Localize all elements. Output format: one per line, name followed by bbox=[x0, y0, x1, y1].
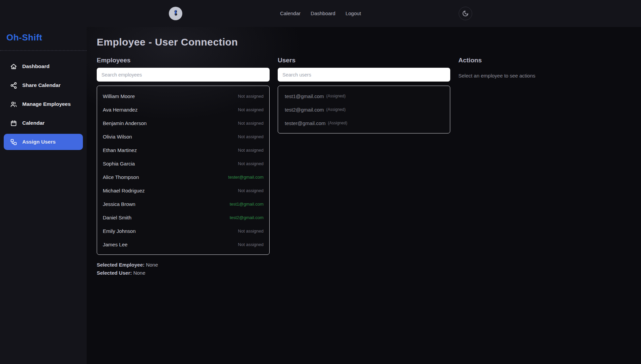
employee-row[interactable]: Michael RodriguezNot assigned bbox=[97, 184, 269, 197]
sidebar-item-calendar[interactable]: Calendar bbox=[4, 115, 83, 131]
selected-employee-line: Selected Employee: None bbox=[97, 261, 270, 269]
employee-name: Jessica Brown bbox=[103, 201, 135, 207]
sidebar-item-label: Manage Employees bbox=[22, 101, 71, 107]
sidebar-item-label: Share Calendar bbox=[22, 82, 61, 88]
topnav-link-logout[interactable]: Logout bbox=[345, 10, 361, 16]
user-email: test2@gmail.com bbox=[285, 107, 324, 113]
employee-status: Not assigned bbox=[238, 242, 264, 247]
employee-row[interactable]: Ava HernandezNot assigned bbox=[97, 103, 269, 116]
share-icon bbox=[10, 82, 17, 89]
topnav-item-logout: Logout bbox=[345, 10, 361, 17]
employee-status: Not assigned bbox=[238, 107, 264, 112]
employee-row[interactable]: Emily JohnsonNot assigned bbox=[97, 224, 269, 238]
topbar: CalendarDashboardLogout bbox=[0, 0, 641, 27]
selected-user-label: Selected User: bbox=[97, 270, 132, 276]
employees-section: Employees William MooreNot assignedAva H… bbox=[97, 57, 270, 277]
users-icon bbox=[10, 101, 17, 108]
selection-summary: Selected Employee: None Selected User: N… bbox=[97, 261, 270, 277]
sidebar: Oh-Shift DashboardShare CalendarManage E… bbox=[0, 0, 87, 364]
user-row[interactable]: tester@gmail.com(Assigned) bbox=[278, 116, 450, 130]
brand-title: Oh-Shift bbox=[6, 32, 87, 43]
employee-name: Benjamin Anderson bbox=[103, 120, 147, 126]
topnav-item-dashboard: Dashboard bbox=[311, 10, 335, 17]
topnav-link-dashboard[interactable]: Dashboard bbox=[311, 10, 335, 16]
employee-row[interactable]: William MooreNot assigned bbox=[97, 89, 269, 103]
selected-user-line: Selected User: None bbox=[97, 269, 270, 277]
employee-row[interactable]: Daniel Smithtest2@gmail.com bbox=[97, 211, 269, 224]
sidebar-item-assign-users[interactable]: Assign Users bbox=[4, 134, 83, 150]
employee-list: William MooreNot assignedAva HernandezNo… bbox=[97, 86, 270, 255]
users-section: Users test1@gmail.com(Assigned)test2@gma… bbox=[278, 57, 450, 277]
employee-name: Emily Johnson bbox=[103, 228, 136, 234]
logo-icon bbox=[171, 9, 180, 18]
sidebar-item-label: Dashboard bbox=[22, 63, 50, 69]
selected-user-value: None bbox=[133, 270, 145, 276]
employee-row[interactable]: Alice Thompsontester@gmail.com bbox=[97, 170, 269, 184]
employee-row[interactable]: Jessica Browntest1@gmail.com bbox=[97, 197, 269, 211]
user-assigned-badge: (Assigned) bbox=[326, 94, 345, 98]
theme-toggle-button[interactable] bbox=[459, 7, 472, 20]
employee-status: Not assigned bbox=[238, 148, 264, 153]
employee-name: Ethan Martinez bbox=[103, 147, 137, 153]
home-icon bbox=[10, 63, 17, 70]
employee-row[interactable]: Benjamin AndersonNot assigned bbox=[97, 116, 269, 130]
employee-name: William Moore bbox=[103, 93, 135, 99]
sidebar-nav: DashboardShare CalendarManage EmployeesC… bbox=[0, 51, 87, 150]
main-content: Employee - User Connection Employees Wil… bbox=[87, 27, 641, 364]
actions-heading: Actions bbox=[458, 57, 631, 64]
employee-status: Not assigned bbox=[238, 188, 264, 193]
selected-employee-value: None bbox=[146, 262, 158, 268]
topnav-link-calendar[interactable]: Calendar bbox=[280, 10, 301, 16]
employee-row[interactable]: James LeeNot assigned bbox=[97, 238, 269, 251]
moon-icon bbox=[462, 10, 469, 17]
employee-row[interactable]: Ethan MartinezNot assigned bbox=[97, 143, 269, 157]
employee-name: Alice Thompson bbox=[103, 174, 139, 180]
employee-row[interactable]: Sophia GarciaNot assigned bbox=[97, 157, 269, 170]
sidebar-item-label: Assign Users bbox=[22, 139, 56, 145]
user-list: test1@gmail.com(Assigned)test2@gmail.com… bbox=[278, 86, 450, 133]
columns: Employees William MooreNot assignedAva H… bbox=[97, 57, 631, 277]
user-assigned-badge: (Assigned) bbox=[326, 107, 345, 112]
employee-status: Not assigned bbox=[238, 161, 264, 166]
employee-assigned-email: test1@gmail.com bbox=[230, 202, 264, 207]
employee-name: Ava Hernandez bbox=[103, 107, 138, 113]
employees-search-input[interactable] bbox=[97, 68, 270, 82]
users-heading: Users bbox=[278, 57, 450, 64]
top-navigation: CalendarDashboardLogout bbox=[280, 10, 361, 17]
employees-heading: Employees bbox=[97, 57, 270, 64]
user-assigned-badge: (Assigned) bbox=[328, 121, 347, 125]
employee-row[interactable]: Olivia WilsonNot assigned bbox=[97, 130, 269, 143]
app-logo[interactable] bbox=[169, 7, 182, 20]
user-row[interactable]: test1@gmail.com(Assigned) bbox=[278, 89, 450, 103]
topnav-item-calendar: Calendar bbox=[280, 10, 301, 17]
employee-name: Olivia Wilson bbox=[103, 134, 132, 140]
topbar-inner: CalendarDashboardLogout bbox=[169, 0, 472, 27]
employee-name: Michael Rodriguez bbox=[103, 188, 145, 193]
user-email: test1@gmail.com bbox=[285, 93, 324, 99]
employee-assigned-email: tester@gmail.com bbox=[228, 175, 264, 180]
employee-status: Not assigned bbox=[238, 134, 264, 139]
employee-status: Not assigned bbox=[238, 121, 264, 126]
actions-section: Actions Select an employee to see action… bbox=[458, 57, 631, 277]
employee-status: Not assigned bbox=[238, 229, 264, 234]
users-search-input[interactable] bbox=[278, 68, 450, 82]
sidebar-item-manage-employees[interactable]: Manage Employees bbox=[4, 96, 83, 112]
employee-assigned-email: test2@gmail.com bbox=[230, 215, 264, 220]
employee-name: Sophia Garcia bbox=[103, 161, 135, 166]
sidebar-item-share-calendar[interactable]: Share Calendar bbox=[4, 77, 83, 93]
page-title: Employee - User Connection bbox=[97, 36, 631, 48]
calendar-icon bbox=[10, 120, 17, 127]
employee-name: James Lee bbox=[103, 242, 127, 247]
sidebar-item-label: Calendar bbox=[22, 120, 44, 126]
selected-employee-label: Selected Employee: bbox=[97, 262, 145, 268]
topnav-list: CalendarDashboardLogout bbox=[280, 10, 361, 17]
sidebar-item-dashboard[interactable]: Dashboard bbox=[4, 58, 83, 74]
employee-name: Daniel Smith bbox=[103, 215, 131, 220]
workflow-icon bbox=[10, 139, 17, 146]
user-row[interactable]: test2@gmail.com(Assigned) bbox=[278, 103, 450, 116]
user-email: tester@gmail.com bbox=[285, 120, 326, 126]
actions-empty-text: Select an employee to see actions bbox=[458, 73, 631, 79]
employee-status: Not assigned bbox=[238, 94, 264, 99]
